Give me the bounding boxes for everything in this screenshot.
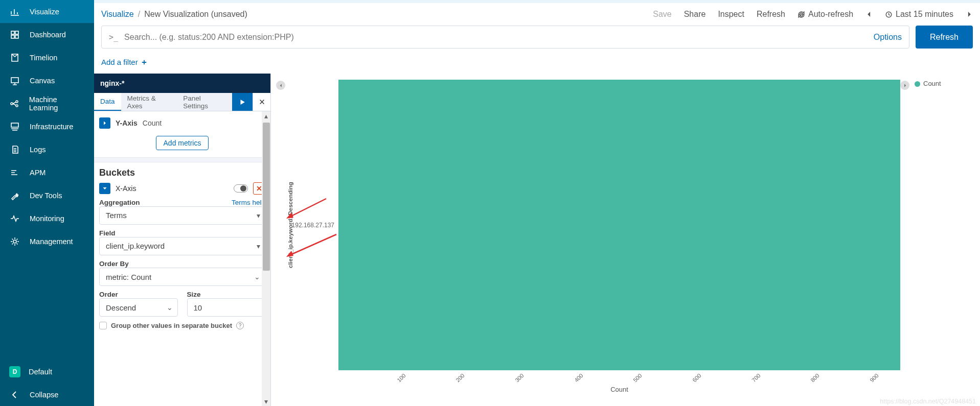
- refresh-button-top[interactable]: Refresh: [757, 10, 785, 19]
- nav-label: Monitoring: [30, 214, 64, 223]
- chevron-left-icon: [865, 11, 873, 18]
- nav-item-dashboard[interactable]: Dashboard: [0, 23, 94, 46]
- x-tick-label: 300: [514, 372, 525, 383]
- nav-label: Dashboard: [30, 31, 66, 39]
- search-options-link[interactable]: Options: [874, 33, 902, 42]
- time-forward-button[interactable]: [966, 11, 973, 18]
- collapse-editor-button[interactable]: [276, 81, 285, 90]
- search-input[interactable]: [124, 33, 902, 42]
- index-pattern-header[interactable]: nginx-*: [94, 74, 270, 93]
- breadcrumb-root[interactable]: Visualize: [101, 10, 134, 19]
- y-tick-area: 192.168.27.137: [295, 80, 338, 370]
- collapse-legend-button[interactable]: [900, 81, 909, 90]
- bucket-enabled-toggle[interactable]: [234, 184, 248, 193]
- nav-label: Dev Tools: [30, 192, 62, 200]
- space-badge: D: [9, 366, 20, 377]
- breadcrumb-row: Visualize / New Visualization (unsaved) …: [94, 3, 980, 26]
- apply-button[interactable]: [232, 93, 253, 111]
- add-filter-link[interactable]: Add a filter: [101, 58, 147, 66]
- aggregation-select[interactable]: Terms: [99, 206, 265, 225]
- scroll-up-icon[interactable]: ▴: [262, 111, 270, 121]
- search-box[interactable]: >_ Options: [101, 26, 909, 49]
- nav-item-monitoring[interactable]: Monitoring: [0, 207, 94, 230]
- nav-item-dev-tools[interactable]: Dev Tools: [0, 184, 94, 207]
- nav-item-management[interactable]: Management: [0, 230, 94, 253]
- scroll-thumb[interactable]: [263, 123, 270, 271]
- order-select[interactable]: Descend: [99, 298, 178, 317]
- collapse-bucket-button[interactable]: [99, 183, 110, 194]
- refresh-button[interactable]: Refresh: [916, 26, 973, 49]
- nav-label: Management: [30, 237, 73, 246]
- nav-item-collapse[interactable]: Collapse: [0, 383, 94, 406]
- x-tick-label: 700: [750, 372, 761, 383]
- svg-point-5: [11, 103, 13, 105]
- nav-item-apm[interactable]: APM: [0, 161, 94, 184]
- ml-icon: [9, 98, 20, 109]
- yaxis-value: Count: [143, 119, 162, 127]
- orderby-select[interactable]: metric: Count: [99, 268, 265, 286]
- play-icon: [239, 99, 246, 106]
- tab-panel-settings[interactable]: Panel Settings: [177, 93, 232, 111]
- cycle-icon: [797, 11, 805, 18]
- svg-rect-2: [11, 35, 14, 38]
- apm-icon: [9, 167, 20, 178]
- inspect-button[interactable]: Inspect: [718, 10, 744, 19]
- scroll-down-icon[interactable]: ▾: [262, 397, 270, 406]
- auto-refresh-button[interactable]: Auto-refresh: [797, 10, 853, 19]
- nav-item-infrastructure[interactable]: Infrastructure: [0, 115, 94, 138]
- time-picker[interactable]: Last 15 minutes: [885, 10, 953, 19]
- size-input[interactable]: [187, 298, 266, 317]
- nav-item-machine-learning[interactable]: Machine Learning: [0, 92, 94, 115]
- share-button[interactable]: Share: [684, 10, 706, 19]
- svg-rect-8: [11, 123, 18, 127]
- close-editor-button[interactable]: [253, 93, 270, 111]
- infrastructure-icon: [9, 121, 20, 132]
- expand-metric-button[interactable]: [99, 117, 110, 129]
- x-tick-label: 400: [573, 372, 584, 383]
- add-metrics-button[interactable]: Add metrics: [156, 136, 209, 150]
- svg-rect-1: [15, 31, 18, 34]
- nav-item-timelion[interactable]: Timelion: [0, 46, 94, 69]
- plus-icon: [141, 59, 147, 65]
- group-other-checkbox[interactable]: [99, 322, 107, 329]
- tab-metrics-axes[interactable]: Metrics & Axes: [121, 93, 177, 111]
- group-other-row[interactable]: Group other values in separate bucket ?: [99, 322, 265, 329]
- timelion-icon: [9, 52, 20, 63]
- nav-item-visualize[interactable]: Visualize: [0, 0, 94, 23]
- help-icon[interactable]: ?: [236, 322, 244, 329]
- chevron-right-icon: [903, 83, 907, 88]
- heartbeat-icon: [9, 213, 20, 224]
- nav-label: Machine Learning: [29, 95, 85, 112]
- add-filter-label: Add a filter: [101, 58, 138, 66]
- nav-item-canvas[interactable]: Canvas: [0, 69, 94, 92]
- nav-item-space-default[interactable]: D Default: [0, 360, 94, 383]
- terms-help-link[interactable]: Terms help: [232, 199, 265, 206]
- svg-point-9: [13, 240, 16, 243]
- y-axis-title: client_ip.keyword: Descending: [285, 80, 295, 370]
- tab-data[interactable]: Data: [94, 93, 121, 111]
- time-back-button[interactable]: [865, 11, 873, 18]
- caret-down-icon: [102, 186, 107, 191]
- x-axis-title: Count: [338, 386, 900, 397]
- nav-item-logs[interactable]: Logs: [0, 138, 94, 161]
- watermark: https://blog.csdn.net/Q274948451: [880, 398, 976, 405]
- nav-label: Timelion: [30, 54, 57, 62]
- editor-scrollbar[interactable]: ▴ ▾: [262, 111, 270, 406]
- save-button[interactable]: Save: [653, 10, 671, 19]
- clock-icon: [885, 11, 893, 18]
- section-divider: [94, 157, 270, 162]
- buckets-title: Buckets: [99, 168, 265, 178]
- legend[interactable]: Count: [909, 80, 971, 397]
- breadcrumb-separator: /: [138, 10, 140, 19]
- visualize-icon: [9, 6, 20, 17]
- search-prompt-icon: >_: [109, 33, 118, 42]
- svg-rect-0: [11, 31, 14, 34]
- field-select[interactable]: client_ip.keyword: [99, 237, 265, 255]
- legend-color-swatch: [915, 81, 920, 87]
- svg-point-7: [16, 105, 18, 107]
- nav-label: APM: [30, 169, 45, 177]
- filter-bar: Add a filter: [94, 56, 980, 74]
- x-tick-area: 100200300400500600700800900: [338, 370, 900, 386]
- bar-plot[interactable]: [338, 80, 900, 370]
- x-tick-label: 600: [691, 372, 702, 383]
